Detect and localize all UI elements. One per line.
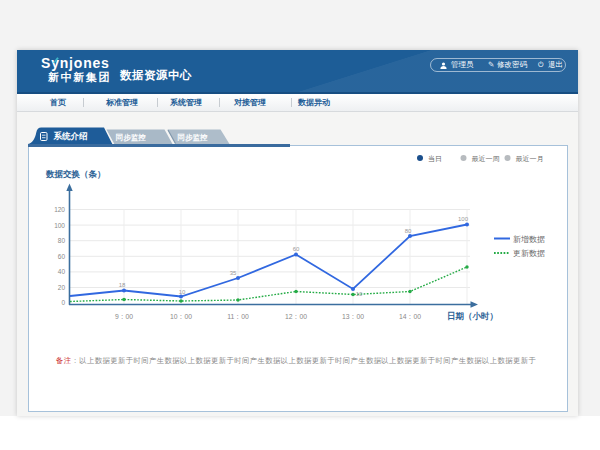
- svg-text:11：00: 11：00: [227, 313, 249, 320]
- svg-text:0: 0: [61, 299, 65, 306]
- svg-text:13：00: 13：00: [342, 313, 364, 320]
- svg-text:14：00: 14：00: [399, 313, 421, 320]
- svg-text:12：00: 12：00: [285, 313, 307, 320]
- svg-text:10: 10: [356, 291, 363, 297]
- svg-text:9：00: 9：00: [115, 313, 133, 320]
- svg-text:新增数据: 新增数据: [513, 235, 545, 244]
- svg-text:80: 80: [58, 237, 66, 244]
- svg-text:35: 35: [230, 270, 237, 276]
- svg-text:60: 60: [58, 253, 66, 260]
- svg-text:最近一月: 最近一月: [516, 155, 544, 163]
- svg-text:20: 20: [58, 284, 66, 291]
- svg-text:80: 80: [405, 228, 412, 234]
- svg-text:更新数据: 更新数据: [513, 249, 545, 258]
- svg-text:40: 40: [58, 268, 66, 275]
- svg-text:100: 100: [458, 216, 469, 222]
- svg-text:10: 10: [179, 289, 186, 295]
- svg-text:18: 18: [119, 282, 126, 288]
- svg-text:当日: 当日: [428, 155, 442, 163]
- svg-text:120: 120: [54, 206, 65, 213]
- svg-text:数据交换（条）: 数据交换（条）: [45, 169, 106, 179]
- svg-text:60: 60: [293, 246, 300, 252]
- svg-text:日期（小时）: 日期（小时）: [447, 311, 498, 321]
- svg-text:10：00: 10：00: [170, 313, 192, 320]
- svg-text:最近一周: 最近一周: [472, 155, 500, 162]
- svg-text:100: 100: [54, 222, 65, 229]
